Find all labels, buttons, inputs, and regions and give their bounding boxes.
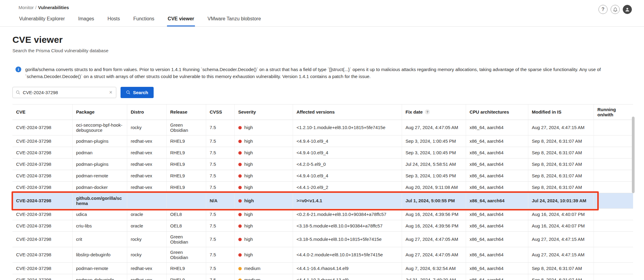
cell-distro: redhat-vex [127,147,166,158]
cell-modified-in-is: Sep 8, 2024, 6:31:07 AM [528,135,594,147]
column-header-modified-in-is[interactable]: Modified in IS [528,104,594,120]
column-header-running-on-with[interactable]: Running on/with [594,104,633,120]
column-header-fix-date[interactable]: Fix date? [402,104,466,120]
column-header-cve[interactable]: CVE [12,104,72,120]
tab-bar: Vulnerability Explorer Images Hosts Func… [0,10,644,27]
cell-cpu-architectures: x86_64, aarch64 [466,158,528,170]
cell-modified-in-is: Aug 27, 2024, 4:47:15 AM [528,231,594,247]
cell-release: RHEL9 [166,158,206,170]
search-row: × Search [12,87,633,98]
cell-cpu-architectures: x86_64, aarch64 [466,231,528,247]
fix-date-help-icon[interactable]: ? [425,109,430,114]
tab-cve-viewer[interactable]: CVE viewer [167,14,195,26]
column-header-distro[interactable]: Distro [127,104,166,120]
cell-cpu-architectures: x86_64, aarch64 [466,120,528,135]
cell-cvss: 7.5 [206,135,234,147]
cell-package: podman-docker [72,181,127,193]
cell-cve: CVE-2024-37298 [12,247,72,262]
table-row[interactable]: CVE-2024-37298github.com/gorilla/schemaN… [12,193,633,208]
cve-description-banner: i gorilla/schema converts structs to and… [12,66,633,80]
table-row[interactable]: CVE-2024-37298podman-remoteredhat-vexRHE… [12,262,633,274]
cell-package: oci-seccomp-bpf-hook-debugsource [72,120,127,135]
cell-release [166,193,206,208]
cell-cvss: 7.5 [206,220,234,231]
cell-affected-versions: <4.4.1-16.4.rhaos4.14.el9 [293,262,402,274]
table-row[interactable]: CVE-2024-37298critrockyGreen Obsidian7.5… [12,231,633,247]
cell-modified-in-is: Sep 8, 2024, 6:31:07 AM [528,181,594,193]
cell-running-on [594,220,633,231]
cell-release: OEL8 [166,208,206,220]
clear-search-icon[interactable]: × [108,90,113,95]
avatar[interactable] [623,5,632,14]
help-icon[interactable]: ? [598,5,608,14]
cell-running-on [594,231,633,247]
topbar: Monitor/Vulnerabilities ? [0,0,644,10]
cell-modified-in-is: Aug 27, 2024, 4:47:15 AM [528,120,594,135]
table-row[interactable]: CVE-2024-37298podman-pluginsredhat-vexRH… [12,158,633,170]
column-header-cpu-architectures[interactable]: CPU architectures [466,104,528,120]
table-row[interactable]: CVE-2024-37298podman-remoteredhat-vexRHE… [12,170,633,181]
cell-affected-versions: >=v0<v1.4.1 [293,193,402,208]
cell-severity: high [234,231,293,247]
column-header-affected-versions[interactable]: Affected versions [293,104,402,120]
search-icon [16,90,20,95]
cell-fix-date: Aug 16, 2024, 4:39:56 PM [402,208,466,220]
severity-label: high [244,173,253,178]
table-row[interactable]: CVE-2024-37298udicaoracleOEL87.5high<0.2… [12,208,633,220]
cell-severity: high [234,120,293,135]
tab-vulnerability-explorer[interactable]: Vulnerability Explorer [19,14,66,26]
table-row[interactable]: CVE-2024-37298libslirp-debuginforockyGre… [12,247,633,262]
cell-severity: high [234,147,293,158]
breadcrumb-monitor[interactable]: Monitor [19,5,34,10]
cell-fix-date: Sep 3, 2024, 1:00:45 PM [402,147,466,158]
table-row[interactable]: CVE-2024-37298oci-seccomp-bpf-hook-debug… [12,120,633,135]
tab-hosts[interactable]: Hosts [107,14,121,26]
cell-distro: rocky [127,120,166,135]
cell-affected-versions: <4.2.0-5.el9_0 [293,158,402,170]
table-row[interactable]: CVE-2024-37298podman-dockerredhat-vexRHE… [12,181,633,193]
cell-cpu-architectures: x86_64, aarch64 [466,135,528,147]
cell-severity: high [234,220,293,231]
cell-running-on [594,135,633,147]
cell-cpu-architectures: x86_64, aarch64 [466,262,528,274]
search-button[interactable]: Search [121,87,154,98]
search-input[interactable] [23,90,106,95]
table-row[interactable]: CVE-2024-37298criu-libsoracleOEL87.5high… [12,220,633,231]
search-box: × [12,87,116,98]
cell-severity: high [234,208,293,220]
severity-label: high [244,237,253,242]
cell-package: udica [72,208,127,220]
cell-cvss: 7.5 [206,208,234,220]
table-row[interactable]: CVE-2024-37298podman-pluginsredhat-vexRH… [12,135,633,147]
cell-cpu-architectures: x86_64, aarch64 [466,247,528,262]
column-header-package[interactable]: Package [72,104,127,120]
page-title: CVE viewer [12,35,633,45]
cell-package: podman-remote [72,262,127,274]
column-header-cvss[interactable]: CVSS [206,104,234,120]
tab-functions[interactable]: Functions [133,14,155,26]
column-header-release[interactable]: Release [166,104,206,120]
severity-label: medium [244,266,261,271]
vertical-scrollbar-thumb[interactable] [632,117,635,193]
cell-fix-date: Sep 3, 2024, 1:00:45 PM [402,135,466,147]
table-row[interactable]: CVE-2024-37298podman-debuginforedhat-vex… [12,274,633,280]
tab-images[interactable]: Images [78,14,95,26]
cell-cve: CVE-2024-37298 [12,147,72,158]
cell-affected-versions: <3.18-5.module+el8.10.0+90384+a78ffc57 [293,220,402,231]
tab-vmware-tanzu-blobstore[interactable]: VMware Tanzu blobstore [207,14,262,26]
severity-dot [238,151,242,155]
cell-cpu-architectures: x86_64, aarch64 [466,147,528,158]
info-icon: i [15,67,21,72]
severity-dot [238,174,242,178]
cell-affected-versions: <0.2.6-21.module+el8.10.0+90384+a78ffc57 [293,208,402,220]
table-row[interactable]: CVE-2024-37298podmanredhat-vexRHEL97.5hi… [12,147,633,158]
bell-icon[interactable] [611,5,620,14]
severity-label: high [244,138,253,144]
cell-distro: redhat-vex [127,135,166,147]
cell-modified-in-is: Aug 16, 2024, 4:40:07 PM [528,220,594,231]
cell-severity: high [234,158,293,170]
cell-distro: rocky [127,247,166,262]
column-header-severity[interactable]: Severity [234,104,293,120]
cell-affected-versions: <4.4.1-20.el9_2 [293,181,402,193]
severity-label: high [244,185,253,190]
